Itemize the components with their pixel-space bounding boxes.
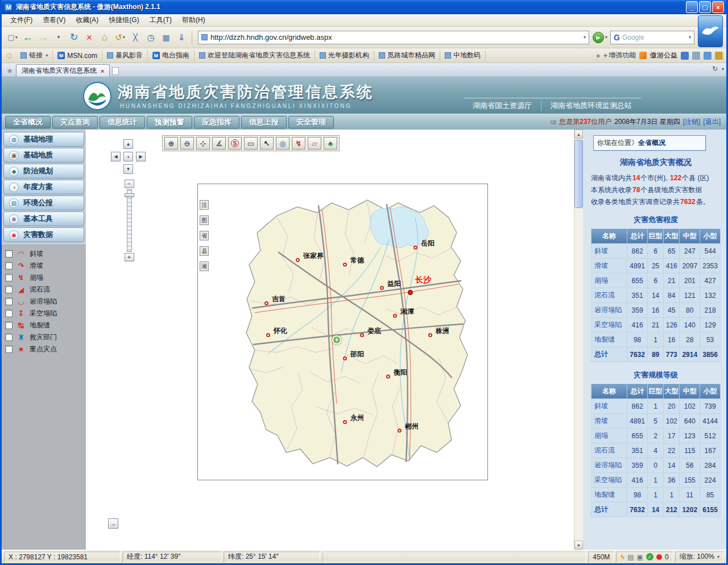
close-button[interactable]: × [712,1,724,13]
zoom-slider-thumb[interactable] [125,193,134,197]
row-name-cell[interactable]: 岩溶塌陷 [592,303,627,318]
legend-tool[interactable]: ♣ [324,137,337,149]
row-name-cell[interactable]: 滑坡 [592,414,627,429]
pan-center-button[interactable]: ● [123,152,133,161]
gps-position-marker[interactable]: + [332,335,341,344]
grid-panel-icon[interactable] [692,52,700,60]
link-item[interactable]: 觅路城市精品网 [374,51,440,61]
menu-item[interactable]: 帮助(H) [177,14,210,27]
ad-hunter-button[interactable]: ╳ [128,30,143,45]
nav-tab-6[interactable]: 安全管理 [288,116,334,128]
layer-button-2[interactable]: 省 [200,231,209,240]
pan-down-button[interactable]: ▼ [123,164,133,174]
security-shield-icon[interactable]: ✓ [646,553,653,560]
menu-item[interactable]: 文件(F) [5,14,38,27]
frame-scrollbar[interactable]: ▲ ▼ [574,130,583,550]
menu-item[interactable]: 工具(T) [144,14,177,27]
search-dropdown-icon[interactable]: ▾ [689,35,691,40]
rect-select-tool[interactable]: ▭ [244,137,258,149]
row-name-cell[interactable]: 采空塌陷 [592,318,627,333]
sidebar-button[interactable]: ◑年度方案 [3,180,84,194]
address-bar[interactable]: http://dzzh.hndh.gov.cn/gridweb.aspx ▾ [198,31,589,44]
link-item[interactable]: MMSN.com [53,51,102,61]
nav-tab-1[interactable]: 灾点查询 [52,116,98,128]
pan-up-button[interactable]: ▲ [123,139,133,149]
undo-button[interactable]: ↺▾ [113,30,127,45]
smiley-icon[interactable]: ☺ [5,51,14,60]
pan-right-button[interactable]: ▶ [136,152,146,161]
status-zoom[interactable]: 缩放: 100% ▾ [675,551,724,562]
pan-left-button[interactable]: ◀ [111,152,121,161]
zoom-out-button[interactable]: − [125,180,134,188]
search-input[interactable]: Google [622,34,686,41]
full-extent-tool[interactable]: S [228,137,242,149]
zoom-out-tool[interactable]: ⊖ [180,137,194,149]
folder-icon[interactable]: ▣ [637,553,643,561]
identify-tool[interactable]: ◎ [276,137,289,149]
row-name-cell[interactable]: 斜坡 [592,244,627,259]
sidebar-button[interactable]: ◉灾害数据 [3,227,84,242]
legend-checkbox[interactable] [5,334,13,341]
clear-tool[interactable]: ▱ [308,137,321,149]
scroll-thumb[interactable] [574,140,583,208]
layer-button-4[interactable]: 湘 [200,261,209,271]
sidebar-button[interactable]: ▧环境公报 [3,196,84,210]
menu-item[interactable]: 收藏(A) [71,14,104,27]
hotlink-tool[interactable]: ↯ [292,137,305,149]
links-overflow-icon[interactable]: » [596,52,600,60]
map-area[interactable]: ▲ ◀ ● ▶ ▼ − + ⊕⊖⊹∡S▭↖◎↯▱♣ 注图省县湘 [86,130,574,550]
stop-button[interactable]: × [82,30,97,45]
scroll-track[interactable] [574,139,583,541]
row-name-cell[interactable]: 滑坡 [592,259,627,273]
sidebar-button[interactable]: ▣基础地质 [3,148,84,163]
active-tab[interactable]: 湖南省地质灾害信息系统 × [16,64,110,77]
history-caret-button[interactable]: ▾ [51,30,66,45]
charity-label[interactable]: 傲游公益 [650,51,677,60]
proxy-icon[interactable]: ▤ [627,553,634,561]
layer-button-0[interactable]: 注 [200,200,209,210]
link-item[interactable]: 中地数码 [440,51,486,61]
link-item[interactable]: 欢迎登陆湖南省地质灾害信息系统 [195,51,315,61]
scroll-up-icon[interactable]: ▲ [574,130,583,139]
new-page-button[interactable]: ▢▾ [5,30,20,45]
link-land-resources-dept[interactable]: 湖南省国土资源厅 [464,101,541,111]
legend-checkbox[interactable] [5,322,13,329]
scroll-down-icon[interactable]: ▼ [574,541,583,550]
layer-button-3[interactable]: 县 [200,246,209,256]
nav-tab-0[interactable]: 全省概况 [5,116,51,128]
row-name-cell[interactable]: 泥石流 [592,288,627,303]
row-name-cell[interactable]: 斜坡 [592,399,627,414]
lightning-icon[interactable]: ϟ [621,552,624,561]
row-name-cell[interactable]: 泥石流 [592,443,627,458]
nav-tab-2[interactable]: 信息统计 [100,116,145,128]
download-button[interactable]: ⇓ [174,30,189,45]
nav-tab-3[interactable]: 预测预警 [147,116,192,128]
search-box[interactable]: G Google ▾ [610,31,694,44]
row-name-cell[interactable]: 崩塌 [592,429,627,443]
exit-link[interactable]: [退出] [703,117,721,127]
address-dropdown-icon[interactable]: ▾ [584,35,586,40]
zoom-in-button[interactable]: + [125,253,134,261]
legend-checkbox[interactable] [5,298,13,305]
row-name-cell[interactable]: 总计 [592,347,627,362]
logout-link[interactable]: [注销] [683,117,701,127]
home-button[interactable]: ⌂ [97,30,112,45]
new-tab-button[interactable] [112,67,119,75]
legend-checkbox[interactable] [5,286,13,293]
snap-button[interactable]: ▦ [159,30,173,45]
tab-list-caret-icon[interactable]: ▾ [722,67,724,72]
title-bar[interactable]: M 湖南省地质灾害信息系统 - 傲游(Maxthon) 2.1.1 _ ▢ × [2,0,726,14]
menu-item[interactable]: 查看(V) [38,14,71,27]
layer-button-1[interactable]: 图 [200,215,209,225]
history-button[interactable]: ◷ [143,30,158,45]
legend-checkbox[interactable] [5,346,13,353]
go-dropdown-icon[interactable]: ▾ [605,35,607,40]
restore-button[interactable]: ▢ [699,1,711,13]
pan-tool[interactable]: ⊹ [196,137,210,149]
menu-item[interactable]: 快捷组(G) [104,14,144,27]
row-name-cell[interactable]: 岩溶塌陷 [592,458,627,473]
pointer-select-tool[interactable]: ↖ [260,137,274,149]
row-name-cell[interactable]: 地裂缝 [592,333,627,347]
trophy-icon[interactable] [715,52,723,60]
go-button[interactable]: ▶ [593,32,604,43]
